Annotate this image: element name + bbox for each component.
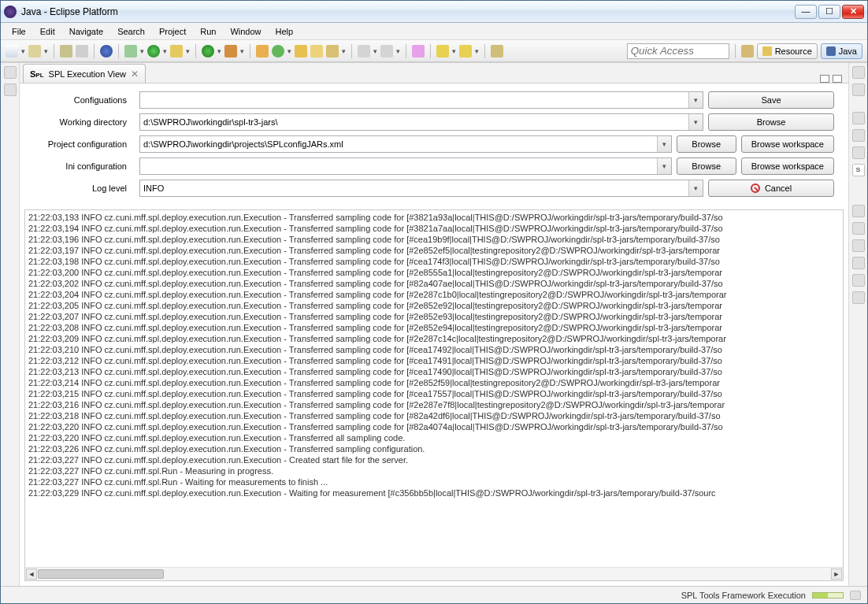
app-window: Java - Eclipse Platform — ☐ ✕ File Edit … (0, 0, 868, 604)
project-config-label: Project configuration (34, 139, 135, 149)
open-perspective-icon[interactable] (741, 45, 754, 57)
browse-workspace-proj-button[interactable]: Browse workspace (741, 135, 834, 153)
log-line: 21:22:03,197 INFO cz.cuni.mff.spl.deploy… (28, 245, 840, 256)
maximize-button[interactable]: ☐ (818, 5, 840, 19)
console-icon[interactable] (852, 274, 865, 287)
restore-right-icon[interactable] (852, 66, 865, 79)
minimize-view-icon[interactable] (820, 75, 829, 83)
log-line: 21:22:03,214 INFO cz.cuni.mff.spl.deploy… (28, 377, 840, 388)
log-output[interactable]: 21:22:03,193 INFO cz.cuni.mff.spl.deploy… (25, 210, 843, 567)
log-line: 21:22:03,202 INFO cz.cuni.mff.spl.deploy… (28, 278, 840, 289)
maximize-view-icon[interactable] (833, 75, 842, 83)
ini-config-combo[interactable]: ▾ (139, 157, 672, 175)
pin-icon[interactable] (412, 45, 425, 57)
nav-fwd-icon[interactable] (380, 45, 393, 57)
cancel-button[interactable]: Cancel (708, 180, 834, 197)
editor-area: SPL SPL Execution View ✕ Configuations ▾ (20, 63, 848, 586)
project-config-combo[interactable]: d:\SWPROJ\workingdir\projects\SPLconfigJ… (139, 135, 672, 153)
dropdown-icon[interactable]: ▾ (688, 114, 703, 130)
menu-navigate[interactable]: Navigate (63, 25, 109, 38)
search-icon[interactable] (326, 45, 339, 57)
build-icon[interactable] (100, 45, 113, 57)
menu-project[interactable]: Project (153, 25, 192, 38)
debug-icon[interactable] (124, 45, 137, 57)
spl-icon[interactable]: S (852, 164, 865, 176)
menu-edit[interactable]: Edit (34, 25, 61, 38)
save-icon[interactable] (28, 45, 41, 57)
log-line: 21:22:03,215 INFO cz.cuni.mff.spl.deploy… (28, 388, 840, 399)
folder-icon[interactable] (491, 45, 503, 57)
templates-icon[interactable] (852, 146, 865, 159)
outline-icon[interactable] (852, 112, 865, 124)
close-tab-icon[interactable]: ✕ (131, 69, 139, 80)
ext-tools-icon[interactable] (224, 45, 237, 57)
declaration-icon[interactable] (852, 257, 865, 269)
save-all-icon[interactable] (60, 45, 72, 57)
scroll-right-icon[interactable]: ► (831, 569, 842, 580)
back-icon[interactable] (436, 45, 449, 57)
hierarchy-icon[interactable] (852, 129, 865, 142)
menu-run[interactable]: Run (194, 25, 222, 38)
print-icon[interactable] (76, 45, 88, 57)
log-line: 21:22:03,208 INFO cz.cuni.mff.spl.deploy… (28, 322, 840, 333)
task-list-icon[interactable] (852, 83, 865, 96)
configurations-combo[interactable]: ▾ (139, 91, 703, 109)
package-explorer-icon[interactable] (4, 83, 17, 96)
log-line: 21:22:03,226 INFO cz.cuni.mff.spl.deploy… (28, 443, 840, 454)
run-last-icon[interactable] (202, 45, 214, 57)
log-level-combo[interactable]: INFO ▾ (139, 180, 703, 197)
log-line: 21:22:03,229 INFO cz.cuni.mff.spl.deploy… (28, 487, 840, 498)
scroll-left-icon[interactable]: ◄ (26, 569, 37, 580)
perspective-java[interactable]: Java (821, 43, 862, 59)
menu-file[interactable]: File (6, 25, 32, 38)
nav-back-icon[interactable] (358, 45, 370, 57)
progress-indicator[interactable] (812, 592, 844, 598)
log-line: 21:22:03,204 INFO cz.cuni.mff.spl.deploy… (28, 289, 840, 300)
log-line: 21:22:03,218 INFO cz.cuni.mff.spl.deploy… (28, 410, 840, 421)
dropdown-icon[interactable]: ▾ (688, 180, 703, 196)
working-directory-combo[interactable]: d:\SWPROJ\workingdir\spl-tr3-jars\ ▾ (139, 113, 703, 131)
close-button[interactable]: ✕ (842, 5, 864, 19)
menu-search[interactable]: Search (111, 25, 151, 38)
minimize-button[interactable]: — (795, 5, 817, 19)
browse-proj-button[interactable]: Browse (677, 135, 736, 153)
progress-icon[interactable] (852, 291, 865, 304)
horizontal-scrollbar[interactable]: ◄ ► (25, 567, 843, 580)
dropdown-icon[interactable]: ▾ (688, 92, 703, 108)
log-line: 21:22:03,196 INFO cz.cuni.mff.spl.deploy… (28, 234, 840, 245)
scroll-thumb[interactable] (38, 569, 164, 579)
working-directory-value: d:\SWPROJ\workingdir\spl-tr3-jars\ (143, 117, 278, 127)
browse-wd-button[interactable]: Browse (708, 113, 834, 131)
menu-window[interactable]: Window (224, 25, 267, 38)
new-package-icon[interactable] (256, 45, 269, 57)
log-line: 21:22:03,210 INFO cz.cuni.mff.spl.deploy… (28, 344, 840, 355)
spl-execution-view-tab[interactable]: SPL SPL Execution View ✕ (23, 64, 146, 83)
dropdown-icon[interactable]: ▾ (657, 158, 671, 174)
quick-access-input[interactable] (627, 43, 729, 59)
new-class-icon[interactable] (272, 45, 284, 57)
right-trim-stack: S (848, 63, 867, 586)
spl-tab-title: SPL Execution View (49, 69, 126, 79)
javadoc-icon[interactable] (852, 239, 865, 252)
restore-bottom-icon[interactable] (852, 205, 865, 217)
open-task-icon[interactable] (310, 45, 323, 57)
run-icon[interactable] (147, 45, 160, 57)
restore-left-icon[interactable] (4, 66, 17, 79)
forward-icon[interactable] (459, 45, 472, 57)
main-toolbar: ▾ ▾ ▾ ▾ ▾ ▾ ▾ ▾ ▾ ▾ ▾ ▾ ▾ Resourc (1, 40, 867, 62)
browse-ini-button[interactable]: Browse (677, 157, 736, 175)
new-icon[interactable] (6, 45, 18, 57)
save-button[interactable]: Save (708, 91, 834, 109)
stop-icon (751, 183, 760, 193)
window-title: Java - Eclipse Platform (21, 6, 795, 17)
perspective-resource[interactable]: Resource (757, 43, 818, 59)
menu-help[interactable]: Help (269, 25, 300, 38)
status-extra-icon[interactable] (850, 591, 861, 600)
open-type-icon[interactable] (295, 45, 307, 57)
browse-workspace-ini-button[interactable]: Browse workspace (741, 157, 834, 175)
coverage-icon[interactable] (170, 45, 183, 57)
log-line: 21:22:03,209 INFO cz.cuni.mff.spl.deploy… (28, 333, 840, 344)
problems-icon[interactable] (852, 222, 865, 235)
app-icon (4, 6, 17, 18)
dropdown-icon[interactable]: ▾ (657, 136, 671, 152)
